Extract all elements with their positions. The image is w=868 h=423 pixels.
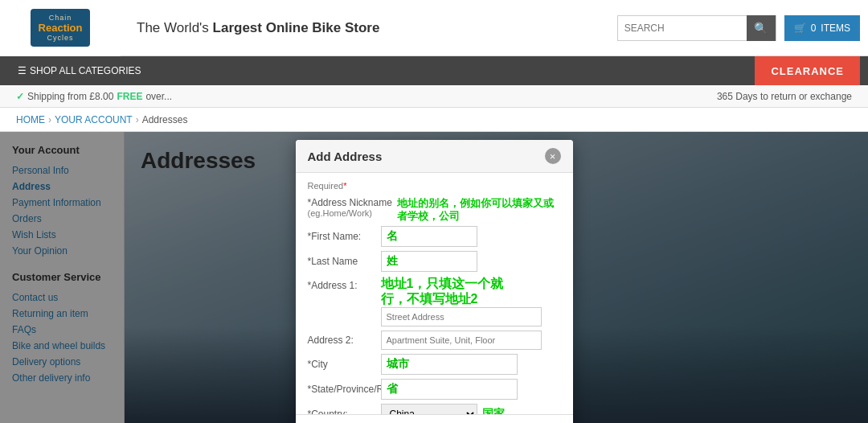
lastname-label: *Last Name xyxy=(308,256,376,267)
logo-line1: Chain xyxy=(39,14,83,22)
modal-header: Add Address × xyxy=(296,140,573,173)
header-tagline: The World's Largest Online Bike Store xyxy=(137,20,601,36)
country-group: *Country: China United Kingdom United St… xyxy=(308,404,561,414)
breadcrumb-current: Addresses xyxy=(142,114,188,125)
search-input[interactable] xyxy=(618,19,747,37)
firstname-input[interactable] xyxy=(381,226,477,247)
search-box: 🔍 xyxy=(617,15,776,41)
lastname-input[interactable] xyxy=(381,251,477,272)
logo-area: Chain Reaction Cycles xyxy=(0,0,121,56)
modal-close-button[interactable]: × xyxy=(545,148,561,164)
nickname-eg: (eg.Home/Work) xyxy=(308,208,392,218)
nickname-annotation: 地址的别名，例如你可以填家又或者学校，公司 xyxy=(397,197,561,222)
firstname-label: *First Name: xyxy=(308,231,376,242)
country-select[interactable]: China United Kingdom United States xyxy=(381,404,477,414)
city-label: *City xyxy=(308,359,376,370)
cart-count: 0 xyxy=(811,23,817,34)
firstname-group: *First Name: xyxy=(308,226,561,247)
address1-annotation: 地址1，只填这一个就行，不填写地址2 xyxy=(381,276,542,306)
chevron-icon: ☰ xyxy=(18,65,27,76)
nickname-group: *Address Nickname (eg.Home/Work) 地址的别名，例… xyxy=(308,197,561,222)
modal-title: Add Address xyxy=(308,150,383,163)
breadcrumb: HOME › YOUR ACCOUNT › Addresses xyxy=(0,108,868,132)
country-label: *Country: xyxy=(308,409,376,414)
modal-footer: CANCEL APPLY xyxy=(296,414,573,423)
header: Chain Reaction Cycles The World's Larges… xyxy=(0,0,868,56)
state-input[interactable] xyxy=(381,379,518,400)
required-note: Required* xyxy=(308,181,561,191)
shop-all-button[interactable]: ☰ SHOP ALL CATEGORIES xyxy=(8,56,151,85)
lastname-group: *Last Name xyxy=(308,251,561,272)
checkmark-icon: ✓ xyxy=(16,91,24,102)
cart-icon: 🛒 xyxy=(794,23,806,34)
breadcrumb-sep2: › xyxy=(136,114,139,125)
cart-button[interactable]: 🛒 0 ITEMS xyxy=(784,15,860,41)
promo-text2: over... xyxy=(145,91,172,102)
navbar: ☰ SHOP ALL CATEGORIES CLEARANCE xyxy=(0,56,868,85)
address1-input[interactable] xyxy=(381,307,542,326)
address2-group: Address 2: xyxy=(308,331,561,350)
breadcrumb-account[interactable]: YOUR ACCOUNT xyxy=(55,114,133,125)
modal-body: Required* *Address Nickname (eg.Home/Wor… xyxy=(296,173,573,414)
free-label: FREE xyxy=(117,91,142,102)
city-input[interactable] xyxy=(381,354,518,375)
logo-box: Chain Reaction Cycles xyxy=(31,9,91,47)
promo-sep: 365 Days to return or exchange xyxy=(717,91,852,102)
modal-overlay: Add Address × Required* *Address Nicknam… xyxy=(0,132,868,423)
header-mid: The World's Largest Online Bike Store xyxy=(121,20,617,36)
clearance-button[interactable]: CLEARANCE xyxy=(755,56,860,85)
modal: Add Address × Required* *Address Nicknam… xyxy=(296,140,573,423)
address1-group: *Address 1: 地址1，只填这一个就行，不填写地址2 xyxy=(308,276,561,326)
city-group: *City xyxy=(308,354,561,375)
address1-label: *Address 1: xyxy=(308,276,376,291)
address2-input[interactable] xyxy=(381,331,542,350)
breadcrumb-sep1: › xyxy=(48,114,51,125)
state-group: *State/Province/Region: xyxy=(308,379,561,400)
address2-label: Address 2: xyxy=(308,335,376,346)
cart-label: ITEMS xyxy=(821,23,850,34)
promo-text1: Shipping from £8.00 xyxy=(27,91,113,102)
nickname-label: *Address Nickname xyxy=(308,197,392,208)
logo-line2: Reaction xyxy=(39,22,83,34)
state-label: *State/Province/Region: xyxy=(308,384,376,395)
shop-all-label: SHOP ALL CATEGORIES xyxy=(30,65,141,76)
header-right: 🔍 🛒 0 ITEMS xyxy=(617,15,868,41)
logo-line3: Cycles xyxy=(39,34,83,42)
breadcrumb-home[interactable]: HOME xyxy=(16,114,45,125)
main-layout: Your Account Personal Info Address Payme… xyxy=(0,132,868,423)
search-button[interactable]: 🔍 xyxy=(747,15,776,41)
country-annotation: 国家 xyxy=(482,407,505,414)
promo-bar: ✓ Shipping from £8.00 FREE over... 365 D… xyxy=(0,85,868,108)
